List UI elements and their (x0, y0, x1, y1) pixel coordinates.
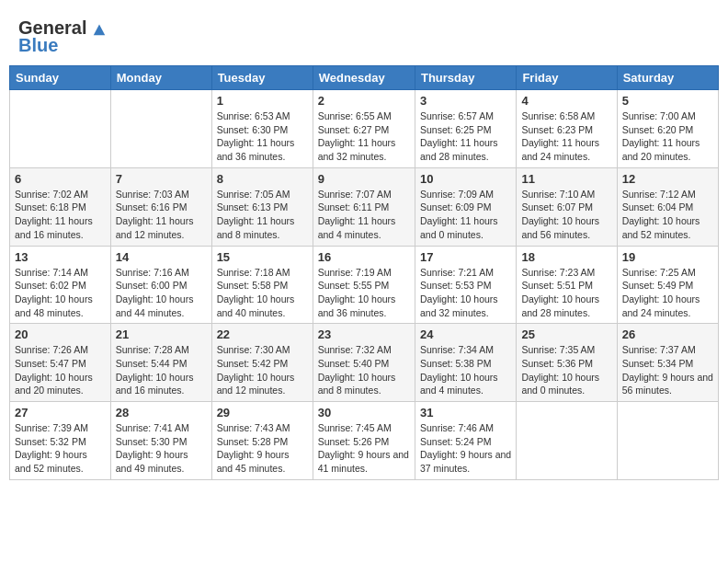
day-number: 28 (116, 406, 207, 419)
day-info: Sunrise: 7:21 AMSunset: 5:53 PMDaylight:… (420, 266, 511, 320)
day-number: 6 (15, 172, 106, 186)
calendar-cell: 22Sunrise: 7:30 AMSunset: 5:42 PMDayligh… (211, 324, 313, 402)
logo-text: General (18, 18, 107, 37)
day-info: Sunrise: 7:26 AMSunset: 5:47 PMDaylight:… (15, 343, 106, 397)
day-number: 5 (622, 94, 713, 108)
day-info: Sunrise: 7:14 AMSunset: 6:02 PMDaylight:… (15, 266, 106, 320)
day-info: Sunrise: 7:05 AMSunset: 6:13 PMDaylight:… (217, 188, 308, 242)
day-info: Sunrise: 6:58 AMSunset: 6:23 PMDaylight:… (521, 109, 611, 164)
logo: General Blue (18, 18, 107, 56)
calendar-cell: 25Sunrise: 7:35 AMSunset: 5:36 PMDayligh… (517, 324, 617, 402)
calendar-cell: 15Sunrise: 7:18 AMSunset: 5:58 PMDayligh… (211, 246, 313, 324)
day-info: Sunrise: 7:25 AMSunset: 5:49 PMDaylight:… (622, 266, 713, 320)
day-number: 3 (420, 94, 511, 108)
calendar-week-row: 13Sunrise: 7:14 AMSunset: 6:02 PMDayligh… (10, 246, 719, 324)
day-number: 16 (318, 250, 410, 264)
day-info: Sunrise: 7:28 AMSunset: 5:44 PMDaylight:… (116, 343, 207, 397)
day-number: 2 (318, 94, 410, 108)
day-info: Sunrise: 7:10 AMSunset: 6:07 PMDaylight:… (521, 188, 611, 242)
day-number: 23 (318, 327, 410, 341)
weekday-header: Thursday (415, 66, 516, 90)
calendar-cell: 30Sunrise: 7:45 AMSunset: 5:26 PMDayligh… (313, 402, 415, 480)
day-info: Sunrise: 7:19 AMSunset: 5:55 PMDaylight:… (318, 266, 410, 320)
day-number: 15 (217, 250, 308, 264)
calendar-header-row: SundayMondayTuesdayWednesdayThursdayFrid… (10, 66, 719, 90)
day-number: 8 (217, 172, 308, 186)
day-info: Sunrise: 6:55 AMSunset: 6:27 PMDaylight:… (318, 109, 410, 164)
day-info: Sunrise: 6:57 AMSunset: 6:25 PMDaylight:… (420, 109, 511, 164)
day-info: Sunrise: 7:35 AMSunset: 5:36 PMDaylight:… (521, 343, 611, 397)
day-number: 20 (15, 327, 106, 341)
day-info: Sunrise: 7:09 AMSunset: 6:09 PMDaylight:… (420, 188, 511, 242)
calendar-week-row: 20Sunrise: 7:26 AMSunset: 5:47 PMDayligh… (10, 324, 719, 402)
day-info: Sunrise: 6:53 AMSunset: 6:30 PMDaylight:… (217, 109, 308, 164)
calendar-cell: 5Sunrise: 7:00 AMSunset: 6:20 PMDaylight… (617, 90, 718, 168)
weekday-header: Saturday (617, 66, 718, 90)
calendar-cell: 14Sunrise: 7:16 AMSunset: 6:00 PMDayligh… (110, 246, 211, 324)
calendar-cell: 4Sunrise: 6:58 AMSunset: 6:23 PMDaylight… (517, 90, 617, 168)
day-number: 31 (420, 406, 511, 419)
day-info: Sunrise: 7:00 AMSunset: 6:20 PMDaylight:… (622, 109, 713, 164)
day-number: 24 (420, 327, 511, 341)
day-number: 1 (217, 94, 308, 108)
page-header: General Blue (9, 9, 719, 61)
calendar-cell (10, 90, 111, 168)
calendar-cell: 31Sunrise: 7:46 AMSunset: 5:24 PMDayligh… (415, 402, 516, 480)
calendar-cell: 23Sunrise: 7:32 AMSunset: 5:40 PMDayligh… (313, 324, 415, 402)
calendar-cell: 1Sunrise: 6:53 AMSunset: 6:30 PMDaylight… (211, 90, 313, 168)
day-number: 4 (521, 94, 611, 108)
day-info: Sunrise: 7:34 AMSunset: 5:38 PMDaylight:… (420, 343, 511, 397)
day-info: Sunrise: 7:43 AMSunset: 5:28 PMDaylight:… (217, 421, 308, 476)
day-info: Sunrise: 7:30 AMSunset: 5:42 PMDaylight:… (217, 343, 308, 397)
calendar-cell: 17Sunrise: 7:21 AMSunset: 5:53 PMDayligh… (415, 246, 516, 324)
calendar-cell: 18Sunrise: 7:23 AMSunset: 5:51 PMDayligh… (517, 246, 617, 324)
day-info: Sunrise: 7:03 AMSunset: 6:16 PMDaylight:… (116, 188, 207, 242)
day-number: 29 (217, 406, 308, 419)
calendar-cell (617, 402, 718, 480)
day-info: Sunrise: 7:16 AMSunset: 6:00 PMDaylight:… (116, 266, 207, 320)
day-number: 21 (116, 327, 207, 341)
calendar-cell: 27Sunrise: 7:39 AMSunset: 5:32 PMDayligh… (10, 402, 111, 480)
day-info: Sunrise: 7:12 AMSunset: 6:04 PMDaylight:… (622, 188, 713, 242)
calendar-cell: 26Sunrise: 7:37 AMSunset: 5:34 PMDayligh… (617, 324, 718, 402)
day-number: 12 (622, 172, 713, 186)
calendar-cell: 28Sunrise: 7:41 AMSunset: 5:30 PMDayligh… (110, 402, 211, 480)
weekday-header: Wednesday (313, 66, 415, 90)
day-number: 18 (521, 250, 611, 264)
calendar-cell: 21Sunrise: 7:28 AMSunset: 5:44 PMDayligh… (110, 324, 211, 402)
day-info: Sunrise: 7:32 AMSunset: 5:40 PMDaylight:… (318, 343, 410, 397)
day-info: Sunrise: 7:39 AMSunset: 5:32 PMDaylight:… (15, 421, 106, 476)
calendar-cell: 6Sunrise: 7:02 AMSunset: 6:18 PMDaylight… (10, 167, 111, 246)
weekday-header: Sunday (10, 66, 111, 90)
day-info: Sunrise: 7:37 AMSunset: 5:34 PMDaylight:… (622, 343, 713, 397)
calendar-cell: 19Sunrise: 7:25 AMSunset: 5:49 PMDayligh… (617, 246, 718, 324)
weekday-header: Monday (110, 66, 211, 90)
day-number: 17 (420, 250, 511, 264)
day-info: Sunrise: 7:07 AMSunset: 6:11 PMDaylight:… (318, 188, 410, 242)
calendar-cell: 8Sunrise: 7:05 AMSunset: 6:13 PMDaylight… (211, 167, 313, 246)
calendar-cell: 9Sunrise: 7:07 AMSunset: 6:11 PMDaylight… (313, 167, 415, 246)
calendar-cell: 2Sunrise: 6:55 AMSunset: 6:27 PMDaylight… (313, 90, 415, 168)
logo-arrow-icon (92, 23, 107, 36)
weekday-header: Tuesday (211, 66, 313, 90)
day-number: 14 (116, 250, 207, 264)
day-info: Sunrise: 7:02 AMSunset: 6:18 PMDaylight:… (15, 188, 106, 242)
day-number: 13 (15, 250, 106, 264)
day-number: 27 (15, 406, 106, 419)
day-number: 22 (217, 327, 308, 341)
day-number: 19 (622, 250, 713, 264)
weekday-header: Friday (517, 66, 617, 90)
day-info: Sunrise: 7:23 AMSunset: 5:51 PMDaylight:… (521, 266, 611, 320)
calendar-week-row: 1Sunrise: 6:53 AMSunset: 6:30 PMDaylight… (10, 90, 719, 168)
day-number: 30 (318, 406, 410, 419)
day-number: 11 (521, 172, 611, 186)
day-info: Sunrise: 7:45 AMSunset: 5:26 PMDaylight:… (318, 421, 410, 476)
calendar-cell: 29Sunrise: 7:43 AMSunset: 5:28 PMDayligh… (211, 402, 313, 480)
logo-blue-label: Blue (18, 35, 58, 56)
day-info: Sunrise: 7:18 AMSunset: 5:58 PMDaylight:… (217, 266, 308, 320)
calendar-cell: 20Sunrise: 7:26 AMSunset: 5:47 PMDayligh… (10, 324, 111, 402)
day-info: Sunrise: 7:46 AMSunset: 5:24 PMDaylight:… (420, 421, 511, 476)
calendar-cell: 12Sunrise: 7:12 AMSunset: 6:04 PMDayligh… (617, 167, 718, 246)
calendar-cell: 11Sunrise: 7:10 AMSunset: 6:07 PMDayligh… (517, 167, 617, 246)
calendar-week-row: 6Sunrise: 7:02 AMSunset: 6:18 PMDaylight… (10, 167, 719, 246)
